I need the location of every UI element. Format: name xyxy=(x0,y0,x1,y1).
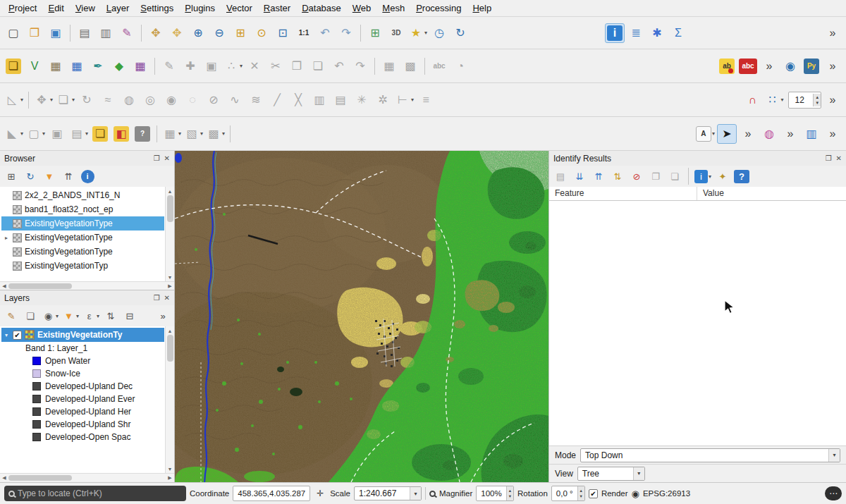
zoom-native-button[interactable]: 1:1 xyxy=(294,23,314,43)
style-manager-button[interactable]: ✎ xyxy=(117,23,137,43)
filter-legend-button[interactable]: ▼▾ xyxy=(61,307,80,324)
menu-plugins[interactable]: Plugins xyxy=(179,1,221,16)
fill-ring-button[interactable]: ◉ xyxy=(161,90,181,110)
print-result-button[interactable]: ❏ xyxy=(666,168,683,185)
feature-column-header[interactable]: Feature xyxy=(549,187,697,200)
filter-browser-button[interactable]: ▼ xyxy=(41,168,58,185)
menu-processing[interactable]: Processing xyxy=(410,1,467,16)
mode-combobox[interactable]: Top Down ▾ xyxy=(580,448,840,462)
layer-notes-button[interactable]: ◧ xyxy=(111,124,131,144)
refresh-map-button[interactable]: ↻ xyxy=(450,23,470,43)
legend-item[interactable]: Developed-Upland Dec xyxy=(1,380,164,393)
expand-new-results-button[interactable]: ⇅ xyxy=(609,168,626,185)
move-feature-button[interactable]: ✥▾ xyxy=(33,90,54,110)
copy-features-button[interactable]: ❐ xyxy=(287,56,307,76)
identify-mode-button[interactable]: i▾ xyxy=(694,168,712,185)
identify-settings-button[interactable]: ✦ xyxy=(714,168,731,185)
delete-ring-button[interactable]: ◌ xyxy=(183,90,202,110)
browser-vscrollbar[interactable]: ▲ ▼ xyxy=(165,187,174,281)
scroll-down-icon[interactable]: ▼ xyxy=(166,273,174,281)
menu-settings[interactable]: Settings xyxy=(135,1,179,16)
rotate-feature-button[interactable]: ↻ xyxy=(77,90,97,110)
zoom-last-button[interactable]: ↶ xyxy=(315,23,335,43)
spatial-bookmarks-button[interactable]: ★▾ xyxy=(407,23,428,43)
open-attribute-table-button[interactable]: ▦ xyxy=(379,56,399,76)
crs-status[interactable]: EPSG:26913 xyxy=(643,489,690,498)
save-layer-edits-button[interactable]: ▣ xyxy=(202,56,221,76)
menu-layer[interactable]: Layer xyxy=(101,1,135,16)
toolbar-overflow-button[interactable]: » xyxy=(759,56,779,76)
float-panel-icon[interactable]: ❐ xyxy=(154,294,160,302)
zoom-to-layer-button[interactable]: ⊡ xyxy=(273,23,293,43)
copy-move-feature-button[interactable]: ❏▾ xyxy=(55,90,75,110)
new-virtual-layer-button[interactable]: ▦ xyxy=(130,56,150,76)
menu-project[interactable]: Project xyxy=(3,1,42,16)
menu-vector[interactable]: Vector xyxy=(221,1,258,16)
offset-curve-button[interactable]: ∿ xyxy=(225,90,245,110)
open-layer-styling-button[interactable]: ✎ xyxy=(3,307,20,324)
toggle-editing-button[interactable]: ✎ xyxy=(159,56,179,76)
simplify-feature-button[interactable]: ≈ xyxy=(98,90,118,110)
select-tools-button[interactable]: ◣▾ xyxy=(4,124,24,144)
processing-gear-button[interactable]: ✱ xyxy=(647,23,667,43)
scroll-thumb[interactable] xyxy=(167,335,173,362)
messages-button[interactable]: ⋯ xyxy=(825,486,842,500)
collapse-all-button[interactable]: ⇈ xyxy=(60,168,77,185)
new-3d-map-view-button[interactable]: 3D xyxy=(386,23,406,43)
scroll-left-icon[interactable]: ◀ xyxy=(0,475,8,481)
pan-to-selection-button[interactable]: ✥ xyxy=(167,23,187,43)
select-features-button[interactable]: ▢▾ xyxy=(25,124,46,144)
scroll-right-icon[interactable]: ▶ xyxy=(166,475,174,481)
rotate-point-symbols-button[interactable]: ✳ xyxy=(352,90,372,110)
select-by-form-button[interactable]: ▤▾ xyxy=(68,124,89,144)
menu-view[interactable]: View xyxy=(70,1,101,16)
add-selected-layers-button[interactable]: ⊞ xyxy=(3,168,20,185)
browser-item[interactable]: ExistingVegetationTyp xyxy=(1,259,164,273)
coordinate-input[interactable]: 458.365,4.035.287 xyxy=(233,486,310,501)
scroll-thumb[interactable] xyxy=(167,195,173,222)
identify-results-body[interactable] xyxy=(549,201,846,445)
undo-button[interactable]: ↶ xyxy=(329,56,349,76)
toolbar-overflow-button[interactable]: » xyxy=(738,124,758,144)
layer-diagram-button[interactable]: ◔ xyxy=(450,56,470,76)
toolbar-overflow-button[interactable]: » xyxy=(823,124,842,144)
add-group-button[interactable]: ❏ xyxy=(22,307,39,324)
menu-database[interactable]: Database xyxy=(296,1,347,16)
add-mesh-layer-button[interactable]: ▦ xyxy=(67,56,87,76)
expand-collapse-tree-button[interactable]: ⇅ xyxy=(102,307,119,324)
refresh-browser-button[interactable]: ↻ xyxy=(22,168,39,185)
layer-band-item[interactable]: Band 1: Layer_1 xyxy=(1,342,164,355)
locate-search-input[interactable]: Type to locate (Ctrl+K) xyxy=(4,486,186,501)
merge-features-button[interactable]: ▥ xyxy=(309,90,329,110)
browser-hscrollbar[interactable]: ◀ ▶ xyxy=(0,281,174,290)
delete-selected-button[interactable]: ✕ xyxy=(245,56,264,76)
add-part-button[interactable]: ◎ xyxy=(140,90,160,110)
layers-hscrollbar[interactable]: ◀ ▶ xyxy=(0,473,174,481)
align-features-button[interactable]: ≡ xyxy=(416,90,436,110)
new-map-view-button[interactable]: ⊞ xyxy=(365,23,385,43)
scroll-thumb[interactable] xyxy=(8,283,72,289)
sum-features-button[interactable]: Σ xyxy=(668,23,688,43)
label-toolbar-abc-button[interactable]: abc xyxy=(738,56,758,76)
offset-point-symbols-button[interactable]: ✲ xyxy=(373,90,393,110)
scroll-thumb[interactable] xyxy=(8,475,72,481)
scroll-right-icon[interactable]: ▶ xyxy=(166,283,174,289)
add-ring-button[interactable]: ◍ xyxy=(119,90,139,110)
deselect-features-button[interactable]: ▣ xyxy=(47,124,67,144)
collapse-tree-button[interactable]: ⇈ xyxy=(590,168,607,185)
scroll-down-icon[interactable]: ▼ xyxy=(166,465,174,473)
cad-dock-button[interactable]: ◺▾ xyxy=(4,90,24,110)
new-print-layout-button[interactable]: ▤ xyxy=(75,23,94,43)
legend-item[interactable]: Snow-Ice xyxy=(1,367,164,380)
close-panel-icon[interactable]: ✕ xyxy=(836,154,842,162)
new-project-button[interactable]: ▢ xyxy=(4,23,23,43)
db-manager-button[interactable]: ◍ xyxy=(759,124,779,144)
menu-mesh[interactable]: Mesh xyxy=(376,1,410,16)
zoom-next-button[interactable]: ↷ xyxy=(336,23,356,43)
vertex-tool-current-button[interactable]: ∷▾ xyxy=(764,90,784,110)
layout-toolbox-button[interactable]: ▥ xyxy=(802,124,821,144)
open-project-button[interactable]: ❐ xyxy=(25,23,44,43)
temporal-controller-button[interactable]: ◷ xyxy=(429,23,449,43)
cut-features-button[interactable]: ✂ xyxy=(266,56,286,76)
toolbar-overflow-button[interactable]: » xyxy=(823,23,842,43)
